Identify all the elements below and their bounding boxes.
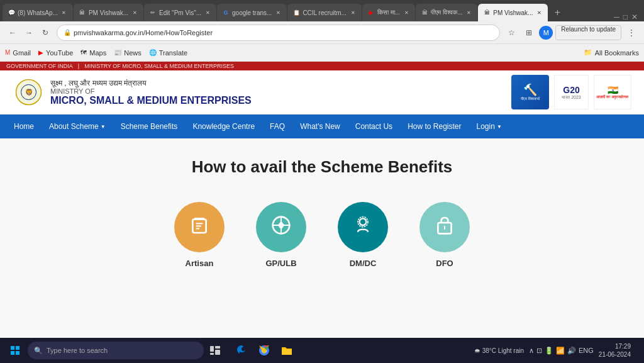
taskbar-search[interactable]: 🔍 Type here to search [28,342,204,359]
tab-7-icon: 🏛 [421,9,428,16]
tab-3[interactable]: ✏ Edit "Pm Vis"... ✕ [144,4,216,21]
nav-about[interactable]: About Scheme ▼ [42,114,113,138]
weather-text: 38°C Light rain [482,347,524,354]
artisan-label: Artisan [186,259,214,268]
bookmark-translate[interactable]: 🌐 Translate [149,49,187,57]
minimize-button[interactable]: ─ [614,13,619,21]
tab-1-close[interactable]: ✕ [60,9,68,16]
star-button[interactable]: ☆ [504,25,519,40]
forward-button[interactable]: → [21,25,36,40]
svg-rect-15 [16,346,19,350]
gov-top-bar: GOVERNMENT OF INDIA | MINISTRY OF MICRO,… [0,62,644,70]
tab-2-icon: 🏛 [79,9,86,16]
nav-login[interactable]: Login ▼ [469,114,509,138]
svg-rect-20 [215,350,220,355]
bookmark-maps[interactable]: 🗺 Maps [80,49,106,57]
tab-8-close[interactable]: ✕ [535,9,543,16]
tab-7[interactable]: 🏛 पीएम विश्वक... ✕ [416,4,477,21]
tab-2-close[interactable]: ✕ [131,9,138,16]
svg-text:🦁: 🦁 [25,88,33,96]
tab-1[interactable]: 💬 (8) WhatsAp... ✕ [3,4,73,21]
folder-icon: 📁 [584,48,592,57]
dfo-label: DFO [436,259,453,268]
arrow-up-icon[interactable]: ∧ [529,347,534,355]
artisan-card[interactable]: Artisan [174,202,225,268]
gpulb-card[interactable]: GP/ULB [256,202,306,268]
relaunch-button[interactable]: Relaunch to update [555,25,621,40]
profile-button[interactable]: M [539,26,553,40]
tab-6-close[interactable]: ✕ [402,9,410,16]
all-bookmarks[interactable]: 📁 All Bookmarks [584,48,639,57]
tab-4-close[interactable]: ✕ [274,9,282,16]
dmdc-icon-wrapper [338,202,388,252]
tab-3-close[interactable]: ✕ [204,9,211,16]
battery-icon[interactable]: 🔋 [545,347,553,355]
taskview-button[interactable] [206,342,224,359]
network-icon[interactable]: ⊡ [536,347,542,355]
nav-faq[interactable]: FAQ [262,114,292,138]
dmdc-label: DM/DC [350,259,377,268]
nav-register[interactable]: How to Register [400,114,469,138]
taskbar-right: 🌧 38°C Light rain ∧ ⊡ 🔋 📶 🔊 ENG 17:29 21… [474,342,639,359]
amrit-mahotsav-logo: 🇮🇳 आज़ादी का अमृत महोत्सव [594,75,631,109]
dfo-card[interactable]: DFO [419,202,470,268]
dmdc-card[interactable]: DM/DC [338,202,388,268]
nav-home[interactable]: Home [6,114,42,138]
keyboard-lang: ENG [579,347,594,354]
ministry-hindi: सूक्ष्म , लघु और मध्यम उद्यम मंत्रालय [50,79,252,87]
address-bar: ← → ↻ 🔒 pmvishwakarma.gov.in/Home/HowToR… [0,21,644,44]
reload-button[interactable]: ↻ [38,25,53,40]
svg-rect-17 [16,351,19,355]
taskbar-search-icon: 🔍 [34,347,43,355]
taskbar: 🔍 Type here to search [0,338,644,363]
dfo-icon [435,215,455,240]
weather-info: 🌧 38°C Light rain [474,347,524,354]
artisan-icon [189,215,209,240]
bookmark-gmail[interactable]: M Gmail [5,49,31,57]
svg-rect-18 [210,346,214,352]
url-bar[interactable]: 🔒 pmvishwakarma.gov.in/Home/HowToRegiste… [57,25,500,41]
browser-frame: 💬 (8) WhatsAp... ✕ 🏛 PM Vishwak... ✕ ✏ E… [0,0,644,363]
back-button[interactable]: ← [5,25,20,40]
dmdc-icon [353,215,373,240]
tab-7-close[interactable]: ✕ [465,9,472,16]
tab-5[interactable]: 📋 CCIL recruitm... ✕ [287,4,362,21]
tab-4[interactable]: G google trans... ✕ [217,4,287,21]
site-header: 🦁 सूक्ष्म , लघु और मध्यम उद्यम मंत्रालय … [0,70,644,114]
new-tab-button[interactable]: + [548,4,566,21]
nav-contact[interactable]: Contact Us [348,114,400,138]
youtube-icon: ▶ [38,49,43,56]
time-display: 17:29 [599,342,631,350]
ministry-of-label: MINISTRY OF [50,87,252,95]
url-text: pmvishwakarma.gov.in/Home/HowToRegister [74,29,213,36]
tab-2[interactable]: 🏛 PM Vishwak... ✕ [74,4,143,21]
tab-search-button[interactable]: ⊞ [521,25,536,40]
weather-icon: 🌧 [474,347,480,354]
wifi-icon[interactable]: 📶 [556,347,565,355]
bookmark-news[interactable]: 📰 News [114,49,142,57]
translate-icon: 🌐 [149,49,157,56]
ministry-info: सूक्ष्म , लघु और मध्यम उद्यम मंत्रालय MI… [50,79,252,106]
gpulb-icon-wrapper [256,202,306,252]
chrome-app[interactable] [254,340,274,360]
header-left: 🦁 सूक्ष्म , लघु और मध्यम उद्यम मंत्रालय … [13,77,252,108]
file-explorer-app[interactable] [277,340,297,360]
nav-benefits[interactable]: Scheme Benefits [113,114,186,138]
start-button[interactable] [5,340,25,360]
more-button[interactable]: ⋮ [624,25,639,40]
login-dropdown-icon: ▼ [497,124,502,130]
page-title: How to avail the Scheme Benefits [192,157,453,177]
maximize-button[interactable]: □ [623,13,628,21]
tab-8-active[interactable]: 🏛 PM Vishwak... ✕ [478,4,548,21]
nav-knowledge[interactable]: Knowledge Centre [185,114,262,138]
clock[interactable]: 17:29 21-06-2024 [599,342,631,359]
svg-rect-21 [210,353,214,355]
svg-rect-16 [11,351,14,355]
close-button[interactable]: ✕ [631,13,638,21]
volume-icon[interactable]: 🔊 [567,347,576,355]
tab-6[interactable]: ▶ किसा मा... ✕ [362,4,415,21]
edge-app[interactable] [231,340,252,360]
tab-5-close[interactable]: ✕ [349,9,357,16]
bookmark-youtube[interactable]: ▶ YouTube [38,49,73,57]
nav-whatsnew[interactable]: What's New [292,114,348,138]
